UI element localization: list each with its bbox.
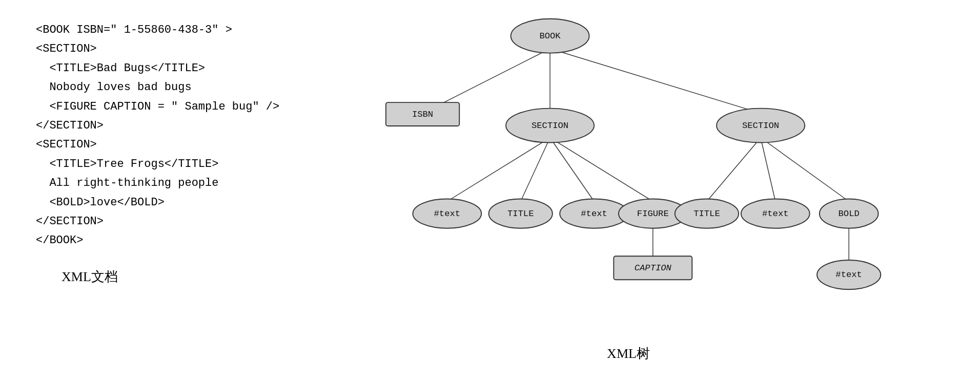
svg-line-2 — [550, 49, 761, 113]
code-line-10: <BOLD>love</BOLD> — [36, 193, 282, 212]
tree-diagram: BOOK ISBN SECTION SECTION #text TITLE #t… — [302, 15, 954, 348]
code-line-9: All right-thinking people — [36, 174, 282, 193]
svg-line-6 — [550, 138, 653, 201]
svg-line-7 — [707, 138, 761, 201]
node-caption: CAPTION — [635, 263, 672, 273]
node-text2: #text — [581, 209, 607, 219]
node-title2: TITLE — [693, 209, 720, 219]
node-figure: FIGURE — [637, 209, 669, 219]
svg-line-8 — [761, 138, 775, 201]
code-line-8: <TITLE>Tree Frogs</TITLE> — [36, 155, 282, 174]
xml-code-block: <BOOK ISBN="​ 1-55860-438-3" > <SECTION>… — [36, 20, 282, 250]
node-title1: TITLE — [507, 209, 534, 219]
node-book: BOOK — [539, 31, 561, 41]
svg-line-9 — [761, 138, 849, 201]
svg-line-5 — [550, 138, 594, 201]
code-line-1: <BOOK ISBN="​ 1-55860-438-3" > — [36, 20, 282, 39]
code-line-5: <FIGURE CAPTION = " Sample bug" /> — [36, 97, 282, 116]
code-line-7: <SECTION> — [36, 135, 282, 154]
node-section2: SECTION — [742, 121, 779, 131]
node-isbn: ISBN — [412, 110, 433, 119]
code-line-3: <TITLE>Bad Bugs</TITLE> — [36, 59, 282, 78]
node-text1: #text — [434, 209, 461, 219]
xml-tree-label: XML树 — [607, 345, 650, 363]
xml-document-label: XML文档 — [36, 266, 282, 288]
svg-line-3 — [447, 138, 550, 201]
xml-document-panel: <BOOK ISBN="​ 1-55860-438-3" > <SECTION>… — [21, 10, 297, 373]
xml-tree-panel: BOOK ISBN SECTION SECTION #text TITLE #t… — [297, 10, 959, 373]
node-section1: SECTION — [532, 121, 568, 131]
svg-line-4 — [521, 138, 550, 201]
code-line-2: <SECTION> — [36, 39, 282, 58]
node-text4: #text — [835, 270, 862, 280]
code-line-4: Nobody loves bad bugs — [36, 78, 282, 97]
node-bold: BOLD — [839, 209, 860, 219]
code-line-6: </SECTION> — [36, 116, 282, 135]
code-line-12: </BOOK> — [36, 231, 282, 250]
node-text3: #text — [762, 209, 789, 219]
code-line-11: </SECTION> — [36, 212, 282, 231]
